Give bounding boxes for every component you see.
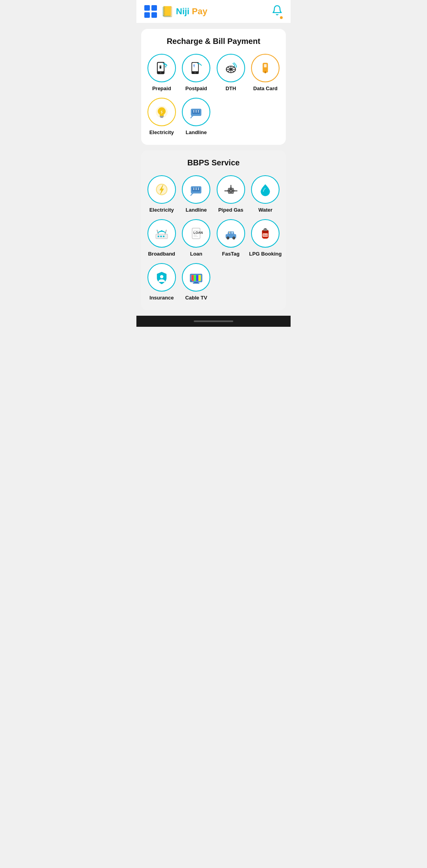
svg-rect-19 [160, 116, 164, 117]
loan-item[interactable]: LOAN Loan [180, 219, 213, 257]
postpaid-label: Postpaid [185, 85, 207, 91]
svg-text:LOAN: LOAN [194, 231, 203, 235]
svg-rect-80 [196, 275, 198, 281]
svg-rect-81 [198, 275, 201, 281]
insurance-item[interactable]: Insurance [145, 263, 178, 301]
svg-point-4 [165, 66, 166, 67]
svg-point-23 [193, 110, 195, 111]
svg-point-26 [193, 112, 195, 113]
svg-rect-66 [231, 232, 233, 234]
svg-rect-59 [194, 236, 198, 237]
svg-point-35 [198, 188, 199, 189]
svg-text:Gas: Gas [264, 236, 267, 238]
dth-label: DTH [225, 85, 236, 91]
landline-recharge-label: Landline [186, 129, 207, 135]
svg-rect-67 [229, 232, 230, 233]
pipedgas-label: Piped Gas [218, 207, 244, 213]
svg-point-34 [196, 188, 197, 189]
electricity-bbps-item[interactable]: Electricity [145, 175, 178, 213]
prepaid-label: Prepaid [152, 85, 171, 91]
cabletv-label: Cable TV [185, 295, 207, 301]
logo-wallet-icon: 📒 [161, 6, 174, 18]
svg-point-54 [161, 230, 162, 231]
water-label: Water [258, 207, 272, 213]
svg-point-38 [198, 189, 199, 190]
svg-rect-16 [264, 64, 267, 67]
electricity-recharge-item[interactable]: Electricity [145, 98, 178, 135]
logo: 📒 Niji Pay [161, 6, 208, 18]
pipedgas-item[interactable]: Piped Gas [214, 175, 248, 213]
svg-rect-17 [265, 71, 266, 73]
recharge-section: Recharge & Bill Payment 📱 Prepaid [141, 29, 286, 145]
datacard-label: Data Card [253, 85, 278, 91]
svg-rect-84 [190, 280, 192, 282]
app-header: 📒 Niji Pay [136, 0, 291, 23]
svg-point-51 [157, 235, 159, 237]
prepaid-item[interactable]: 📱 Prepaid [145, 54, 178, 91]
landline-bbps-label: Landline [186, 207, 207, 213]
fastag-label: FasTag [222, 251, 240, 257]
electricity-bbps-icon-circle [147, 175, 176, 204]
prepaid-icon-circle: 📱 [147, 54, 176, 82]
fastag-icon-circle [217, 219, 245, 248]
svg-point-27 [196, 112, 197, 113]
landline-bbps-icon-circle [182, 175, 210, 204]
fastag-item[interactable]: FasTag [214, 219, 248, 257]
broadband-icon-circle [147, 219, 176, 248]
landline-recharge-item[interactable]: Landline [180, 98, 213, 135]
svg-point-24 [196, 110, 197, 111]
svg-point-25 [198, 110, 199, 111]
svg-point-75 [160, 275, 163, 278]
svg-point-44 [227, 190, 229, 192]
cabletv-item[interactable]: Cable TV [180, 263, 213, 301]
svg-point-14 [229, 68, 232, 71]
svg-rect-58 [194, 235, 197, 235]
electricity-recharge-icon-circle [147, 98, 176, 126]
landline-recharge-icon-circle [182, 98, 210, 126]
grid-icon[interactable] [144, 5, 157, 18]
dth-item[interactable]: DTH [214, 54, 248, 91]
pipedgas-icon-circle [217, 175, 245, 204]
svg-rect-79 [194, 275, 196, 281]
recharge-icons-grid: 📱 Prepaid ₹ Postpaid [145, 54, 282, 135]
bbps-section-title: BBPS Service [145, 158, 282, 167]
loan-icon-circle: LOAN [182, 219, 210, 248]
svg-point-37 [196, 189, 197, 190]
dth-icon-circle [217, 54, 245, 82]
water-item[interactable]: Water [249, 175, 282, 213]
svg-rect-83 [193, 282, 200, 284]
svg-point-33 [193, 188, 195, 189]
bottom-home-indicator [194, 320, 233, 322]
postpaid-item[interactable]: ₹ Postpaid [180, 54, 213, 91]
notification-dot [280, 16, 283, 19]
insurance-icon-circle [147, 263, 176, 292]
recharge-section-title: Recharge & Bill Payment [145, 37, 282, 46]
bbps-icons-grid: Electricity Landline [145, 175, 282, 301]
broadband-item[interactable]: Broadband [145, 219, 178, 257]
svg-text:₹: ₹ [193, 64, 195, 68]
svg-point-2 [160, 72, 161, 73]
notification-bell-icon[interactable] [272, 5, 283, 18]
svg-rect-20 [160, 117, 163, 118]
svg-point-36 [193, 189, 195, 190]
svg-rect-78 [192, 275, 194, 281]
datacard-item[interactable]: Data Card [249, 54, 282, 91]
broadband-label: Broadband [148, 251, 175, 257]
svg-point-53 [163, 235, 164, 237]
lpg-label: LPG Booking [249, 251, 282, 257]
header-left: 📒 Niji Pay [144, 5, 208, 18]
loan-label: Loan [190, 251, 202, 257]
electricity-bbps-label: Electricity [149, 207, 174, 213]
lpg-item[interactable]: Book Gas LPG Booking [249, 219, 282, 257]
landline-bbps-item[interactable]: Landline [180, 175, 213, 213]
svg-point-64 [233, 237, 234, 239]
svg-point-62 [227, 237, 229, 239]
bottom-navigation-bar [136, 316, 291, 327]
svg-rect-71 [265, 228, 266, 229]
svg-text:📱: 📱 [158, 65, 162, 69]
bbps-section: BBPS Service Electricity [141, 150, 286, 310]
svg-point-47 [230, 187, 232, 189]
svg-point-52 [160, 235, 162, 237]
water-icon-circle [251, 175, 280, 204]
svg-point-41 [230, 190, 231, 191]
